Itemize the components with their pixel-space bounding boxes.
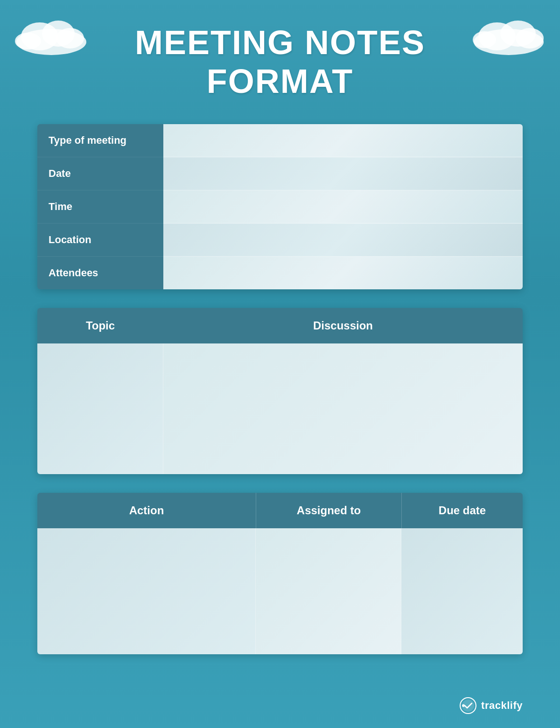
assigned-to-column[interactable] — [256, 528, 401, 654]
svg-point-8 — [516, 28, 544, 49]
info-values-column — [163, 124, 523, 289]
value-type-of-meeting[interactable] — [163, 124, 523, 157]
label-type-of-meeting: Type of meeting — [37, 124, 163, 157]
svg-point-12 — [462, 704, 465, 707]
assigned-to-header-cell: Assigned to — [256, 493, 401, 528]
value-location[interactable] — [163, 224, 523, 257]
topic-column[interactable] — [37, 343, 163, 474]
action-table: Action Assigned to Due date — [37, 493, 523, 654]
discussion-body — [37, 343, 523, 474]
cloud-right-decoration — [471, 14, 546, 58]
label-location: Location — [37, 224, 163, 257]
due-date-header-cell: Due date — [401, 493, 523, 528]
logo-section: tracklify — [460, 697, 523, 714]
label-time: Time — [37, 190, 163, 224]
svg-point-9 — [473, 31, 496, 48]
topic-header: Topic — [37, 308, 163, 343]
label-attendees: Attendees — [37, 257, 163, 289]
logo-text: tracklify — [481, 700, 523, 712]
action-body — [37, 528, 523, 654]
info-labels-column: Type of meeting Date Time Location Atten… — [37, 124, 163, 289]
action-column[interactable] — [37, 528, 256, 654]
info-table: Type of meeting Date Time Location Atten… — [37, 124, 523, 289]
value-date[interactable] — [163, 157, 523, 190]
discussion-header: Topic Discussion — [37, 308, 523, 343]
tracklify-icon — [460, 697, 476, 714]
discussion-header-cell: Discussion — [163, 308, 523, 343]
label-date: Date — [37, 157, 163, 190]
value-time[interactable] — [163, 190, 523, 224]
discussion-column[interactable] — [163, 343, 523, 474]
due-date-column[interactable] — [401, 528, 523, 654]
cloud-left-decoration — [14, 14, 89, 58]
value-attendees[interactable] — [163, 257, 523, 289]
action-header-cell: Action — [37, 493, 256, 528]
discussion-table: Topic Discussion — [37, 308, 523, 474]
svg-point-3 — [56, 28, 84, 49]
action-header: Action Assigned to Due date — [37, 493, 523, 528]
svg-point-4 — [15, 33, 41, 49]
main-content: Type of meeting Date Time Location Atten… — [0, 124, 560, 654]
